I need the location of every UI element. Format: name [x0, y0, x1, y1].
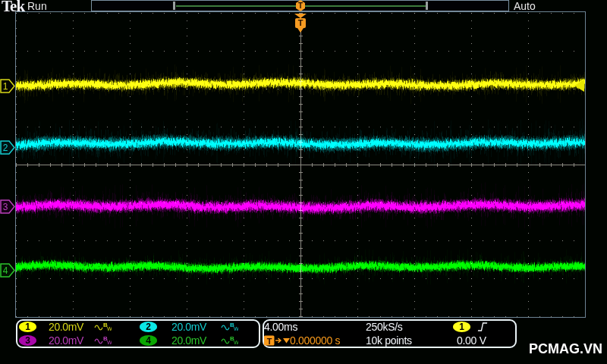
record-bracket-left [173, 2, 175, 10]
svg-text:T: T [298, 18, 304, 27]
horizontal-scale[interactable]: 4.00ms [264, 322, 297, 332]
trigger-position-value: 0.000000 s [290, 335, 340, 346]
trigger-position-icon: T [264, 335, 291, 349]
trigger-slope-icon[interactable] [477, 322, 488, 332]
svg-text:W: W [234, 326, 238, 331]
trigger-position-flag[interactable]: T [294, 14, 307, 37]
channel-2-badge[interactable]: 2 [140, 322, 157, 332]
svg-text:T: T [267, 337, 272, 346]
channel-2-scale[interactable]: 20.0mV [171, 322, 206, 332]
svg-text:3: 3 [3, 202, 8, 212]
svg-text:W: W [107, 326, 112, 331]
horizontal-trigger-readout-box: 4.00ms 250kS/s 1 T 0.000000 s 10k points… [263, 319, 517, 348]
sample-rate: 250kS/s [366, 322, 403, 332]
record-length: 10k points [366, 335, 412, 346]
channel-3-scale[interactable]: 20.0mV [49, 335, 83, 346]
channel-4-marker[interactable]: 4 [0, 263, 15, 278]
svg-text:4: 4 [3, 265, 8, 276]
acquisition-status: Run [27, 0, 47, 12]
svg-text:T: T [298, 2, 303, 10]
svg-text:W: W [107, 340, 112, 345]
trigger-level-value[interactable]: 0.00 V [457, 335, 486, 346]
trigger-source-badge[interactable]: 1 [453, 322, 470, 332]
channel-3-marker[interactable]: 3 [0, 199, 15, 214]
channel-4-coupling-icon: B W [221, 335, 238, 349]
svg-text:2: 2 [3, 143, 8, 153]
graticule [15, 11, 586, 318]
channel-4-scale[interactable]: 20.0mV [171, 335, 206, 346]
channel-2-coupling-icon: B W [221, 322, 238, 335]
trigger-level-arrow[interactable] [574, 80, 584, 92]
trigger-mode-label: Auto [514, 0, 536, 12]
channel-readout-box: 1 20.0mV B W 2 20.0mV B W 3 20.0mV [16, 319, 260, 348]
record-bracket-right [426, 2, 428, 10]
channel-1-marker[interactable]: 1 [0, 79, 15, 93]
svg-text:W: W [234, 340, 238, 345]
channel-1-badge[interactable]: 1 [19, 322, 36, 332]
channel-2-marker[interactable]: 2 [0, 140, 15, 155]
channel-1-scale[interactable]: 20.0mV [49, 322, 83, 332]
watermark: PCMAG.VN [529, 341, 602, 357]
channel-4-badge[interactable]: 4 [140, 335, 157, 346]
svg-text:1: 1 [3, 81, 8, 92]
channel-3-badge[interactable]: 3 [19, 335, 36, 346]
channel-3-coupling-icon: B W [94, 335, 112, 349]
channel-1-coupling-icon: B W [94, 322, 112, 335]
